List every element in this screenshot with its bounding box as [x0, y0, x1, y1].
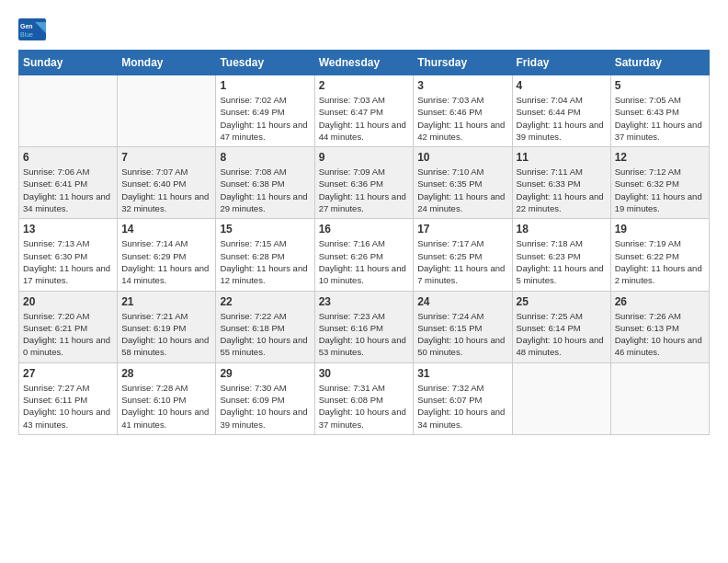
day-number: 6	[23, 151, 113, 164]
day-info: Sunrise: 7:16 AM Sunset: 6:26 PM Dayligh…	[319, 237, 410, 286]
day-info: Sunrise: 7:30 AM Sunset: 6:09 PM Dayligh…	[220, 382, 310, 431]
day-info: Sunrise: 7:20 AM Sunset: 6:21 PM Dayligh…	[23, 310, 113, 359]
day-number: 19	[615, 223, 705, 236]
day-info: Sunrise: 7:13 AM Sunset: 6:30 PM Dayligh…	[23, 237, 113, 286]
day-number: 3	[417, 79, 507, 92]
calendar-cell: 25Sunrise: 7:25 AM Sunset: 6:14 PM Dayli…	[512, 291, 610, 362]
calendar-body: 1Sunrise: 7:02 AM Sunset: 6:49 PM Daylig…	[19, 75, 710, 435]
day-number: 22	[220, 295, 310, 308]
page-header: Gen Blue	[18, 18, 710, 40]
calendar-week-row: 1Sunrise: 7:02 AM Sunset: 6:49 PM Daylig…	[19, 75, 710, 147]
calendar-cell	[118, 75, 216, 147]
day-info: Sunrise: 7:12 AM Sunset: 6:32 PM Dayligh…	[615, 166, 705, 214]
day-number: 1	[220, 79, 310, 92]
day-number: 13	[23, 223, 113, 236]
day-info: Sunrise: 7:05 AM Sunset: 6:43 PM Dayligh…	[615, 94, 705, 143]
day-number: 24	[417, 295, 507, 308]
day-number: 25	[517, 295, 607, 308]
weekday-header-monday: Monday	[118, 51, 216, 75]
calendar-cell	[512, 362, 610, 434]
weekday-header-saturday: Saturday	[610, 51, 709, 75]
calendar-cell: 8Sunrise: 7:08 AM Sunset: 6:38 PM Daylig…	[216, 147, 314, 219]
day-number: 12	[615, 151, 705, 164]
day-info: Sunrise: 7:26 AM Sunset: 6:13 PM Dayligh…	[615, 310, 705, 359]
day-info: Sunrise: 7:25 AM Sunset: 6:14 PM Dayligh…	[517, 310, 607, 359]
day-info: Sunrise: 7:19 AM Sunset: 6:22 PM Dayligh…	[615, 237, 705, 286]
day-info: Sunrise: 7:14 AM Sunset: 6:29 PM Dayligh…	[121, 237, 211, 286]
day-number: 9	[319, 151, 410, 164]
day-info: Sunrise: 7:27 AM Sunset: 6:11 PM Dayligh…	[23, 382, 113, 431]
calendar-cell: 15Sunrise: 7:15 AM Sunset: 6:28 PM Dayli…	[216, 219, 314, 291]
day-info: Sunrise: 7:23 AM Sunset: 6:16 PM Dayligh…	[319, 310, 410, 359]
calendar-week-row: 27Sunrise: 7:27 AM Sunset: 6:11 PM Dayli…	[19, 362, 710, 434]
day-number: 17	[417, 223, 507, 236]
calendar-cell: 3Sunrise: 7:03 AM Sunset: 6:46 PM Daylig…	[414, 75, 512, 147]
day-info: Sunrise: 7:21 AM Sunset: 6:19 PM Dayligh…	[121, 310, 211, 359]
day-number: 30	[319, 367, 410, 380]
day-info: Sunrise: 7:32 AM Sunset: 6:07 PM Dayligh…	[417, 382, 507, 431]
day-number: 8	[220, 151, 310, 164]
day-info: Sunrise: 7:10 AM Sunset: 6:35 PM Dayligh…	[417, 166, 507, 214]
calendar-cell: 10Sunrise: 7:10 AM Sunset: 6:35 PM Dayli…	[414, 147, 512, 219]
day-number: 29	[220, 367, 310, 380]
day-number: 5	[615, 79, 705, 92]
weekday-header-friday: Friday	[512, 51, 610, 75]
day-number: 21	[121, 295, 211, 308]
svg-text:Gen: Gen	[20, 23, 33, 29]
day-info: Sunrise: 7:24 AM Sunset: 6:15 PM Dayligh…	[417, 310, 507, 359]
day-info: Sunrise: 7:03 AM Sunset: 6:46 PM Dayligh…	[417, 94, 507, 143]
day-number: 18	[517, 223, 607, 236]
day-info: Sunrise: 7:15 AM Sunset: 6:28 PM Dayligh…	[220, 237, 310, 286]
calendar-cell: 4Sunrise: 7:04 AM Sunset: 6:44 PM Daylig…	[512, 75, 610, 147]
day-number: 26	[615, 295, 705, 308]
calendar-cell: 2Sunrise: 7:03 AM Sunset: 6:47 PM Daylig…	[314, 75, 414, 147]
day-info: Sunrise: 7:31 AM Sunset: 6:08 PM Dayligh…	[319, 382, 410, 431]
day-number: 31	[417, 367, 507, 380]
day-number: 7	[121, 151, 211, 164]
day-info: Sunrise: 7:28 AM Sunset: 6:10 PM Dayligh…	[121, 382, 211, 431]
calendar-cell: 22Sunrise: 7:22 AM Sunset: 6:18 PM Dayli…	[216, 291, 314, 362]
day-number: 14	[121, 223, 211, 236]
calendar-cell: 13Sunrise: 7:13 AM Sunset: 6:30 PM Dayli…	[19, 219, 118, 291]
weekday-header-wednesday: Wednesday	[314, 51, 414, 75]
day-number: 4	[517, 79, 607, 92]
day-info: Sunrise: 7:07 AM Sunset: 6:40 PM Dayligh…	[121, 166, 211, 214]
calendar-cell: 7Sunrise: 7:07 AM Sunset: 6:40 PM Daylig…	[118, 147, 216, 219]
calendar-cell: 24Sunrise: 7:24 AM Sunset: 6:15 PM Dayli…	[414, 291, 512, 362]
calendar-table: SundayMondayTuesdayWednesdayThursdayFrid…	[18, 50, 710, 435]
weekday-header-tuesday: Tuesday	[216, 51, 314, 75]
day-number: 11	[517, 151, 607, 164]
day-number: 28	[121, 367, 211, 380]
day-info: Sunrise: 7:09 AM Sunset: 6:36 PM Dayligh…	[319, 166, 410, 214]
day-info: Sunrise: 7:17 AM Sunset: 6:25 PM Dayligh…	[417, 237, 507, 286]
logo-icon: Gen Blue	[18, 18, 46, 40]
calendar-cell: 11Sunrise: 7:11 AM Sunset: 6:33 PM Dayli…	[512, 147, 610, 219]
calendar-cell: 26Sunrise: 7:26 AM Sunset: 6:13 PM Dayli…	[610, 291, 709, 362]
calendar-header-row: SundayMondayTuesdayWednesdayThursdayFrid…	[19, 51, 710, 75]
day-info: Sunrise: 7:22 AM Sunset: 6:18 PM Dayligh…	[220, 310, 310, 359]
calendar-cell: 9Sunrise: 7:09 AM Sunset: 6:36 PM Daylig…	[314, 147, 414, 219]
weekday-header-thursday: Thursday	[414, 51, 512, 75]
calendar-cell: 23Sunrise: 7:23 AM Sunset: 6:16 PM Dayli…	[314, 291, 414, 362]
svg-text:Blue: Blue	[20, 31, 33, 38]
calendar-cell: 20Sunrise: 7:20 AM Sunset: 6:21 PM Dayli…	[19, 291, 118, 362]
calendar-cell: 14Sunrise: 7:14 AM Sunset: 6:29 PM Dayli…	[118, 219, 216, 291]
calendar-cell: 12Sunrise: 7:12 AM Sunset: 6:32 PM Dayli…	[610, 147, 709, 219]
calendar-cell: 30Sunrise: 7:31 AM Sunset: 6:08 PM Dayli…	[314, 362, 414, 434]
day-number: 23	[319, 295, 410, 308]
calendar-cell: 19Sunrise: 7:19 AM Sunset: 6:22 PM Dayli…	[610, 219, 709, 291]
day-info: Sunrise: 7:08 AM Sunset: 6:38 PM Dayligh…	[220, 166, 310, 214]
day-info: Sunrise: 7:11 AM Sunset: 6:33 PM Dayligh…	[517, 166, 607, 214]
calendar-cell	[610, 362, 709, 434]
calendar-cell: 5Sunrise: 7:05 AM Sunset: 6:43 PM Daylig…	[610, 75, 709, 147]
day-number: 20	[23, 295, 113, 308]
calendar-cell: 31Sunrise: 7:32 AM Sunset: 6:07 PM Dayli…	[414, 362, 512, 434]
day-number: 16	[319, 223, 410, 236]
day-number: 15	[220, 223, 310, 236]
day-info: Sunrise: 7:03 AM Sunset: 6:47 PM Dayligh…	[319, 94, 410, 143]
calendar-cell: 29Sunrise: 7:30 AM Sunset: 6:09 PM Dayli…	[216, 362, 314, 434]
calendar-week-row: 13Sunrise: 7:13 AM Sunset: 6:30 PM Dayli…	[19, 219, 710, 291]
day-number: 10	[417, 151, 507, 164]
calendar-cell: 16Sunrise: 7:16 AM Sunset: 6:26 PM Dayli…	[314, 219, 414, 291]
calendar-cell: 28Sunrise: 7:28 AM Sunset: 6:10 PM Dayli…	[118, 362, 216, 434]
